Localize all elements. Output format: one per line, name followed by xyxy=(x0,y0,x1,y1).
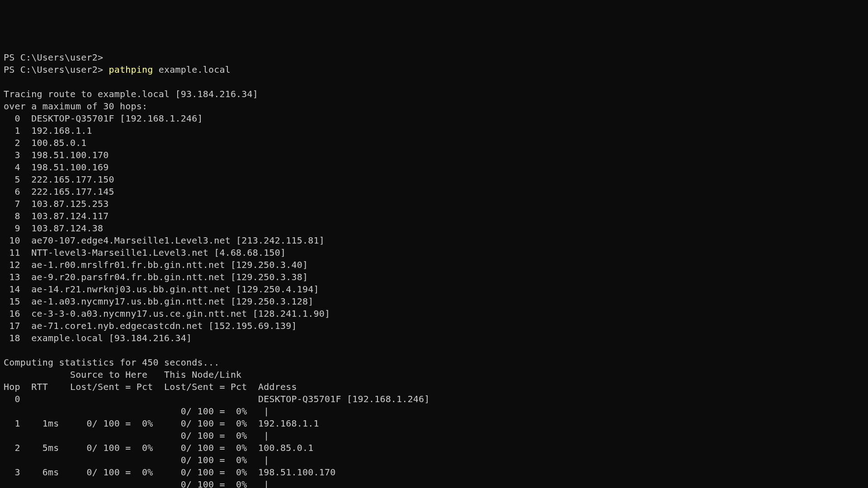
tracing-line: Tracing route to example.local [93.184.2… xyxy=(4,89,258,99)
prompt-empty: PS C:\Users\user2> xyxy=(4,52,864,64)
terminal-output[interactable]: PS C:\Users\user2>PS C:\Users\user2> pat… xyxy=(4,52,864,488)
route-list: 0 DESKTOP-Q35701F [192.168.1.246] 1 192.… xyxy=(4,113,864,344)
computing-line: Computing statistics for 450 seconds... xyxy=(4,357,219,368)
hops-line: over a maximum of 30 hops: xyxy=(4,101,147,112)
command-arg: example.local xyxy=(159,64,231,75)
stats-header-2: Hop RTT Lost/Sent = Pct Lost/Sent = Pct … xyxy=(4,381,297,392)
stats-list: 0 DESKTOP-Q35701F [192.168.1.246] 0/ 100… xyxy=(4,393,864,488)
stats-header-1: Source to Here This Node/Link xyxy=(4,369,241,380)
command-name: pathping xyxy=(109,64,153,75)
prompt-command: PS C:\Users\user2> pathping example.loca… xyxy=(4,64,864,76)
